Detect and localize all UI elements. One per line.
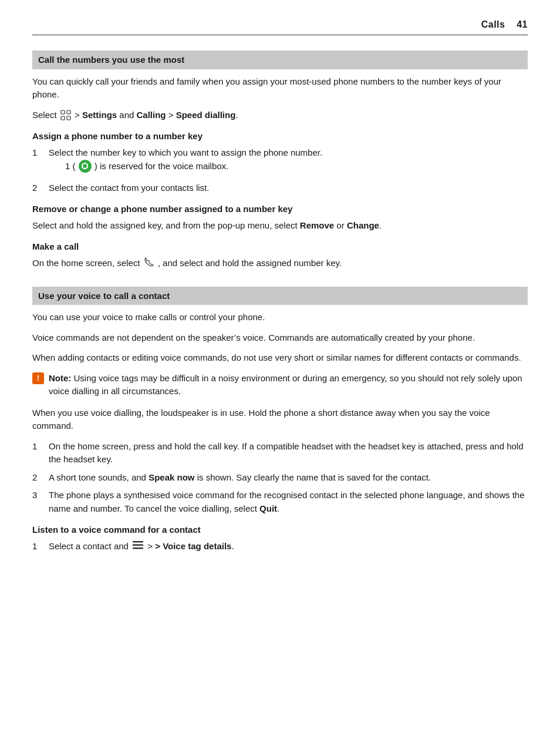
note-icon: ! bbox=[32, 372, 44, 384]
voice-step-1-text: On the home screen, press and hold the c… bbox=[49, 440, 528, 466]
listen-subsection-title: Listen to a voice command for a contact bbox=[32, 523, 528, 536]
listen-step-1-content: Select a contact and > > Voice tag detai… bbox=[49, 540, 528, 553]
assign-step-1: 1 Select the number key to which you wan… bbox=[32, 146, 528, 177]
settings-label: Settings bbox=[82, 110, 117, 120]
grid-icon bbox=[60, 110, 71, 120]
note-label: Note: bbox=[49, 373, 71, 383]
assign-step-2-text: Select the contact from your contacts li… bbox=[49, 182, 528, 195]
assign-step-2: 2 Select the contact from your contacts … bbox=[32, 182, 528, 195]
subsection-assign-title: Assign a phone number to a number key bbox=[32, 130, 528, 143]
note-box: ! Note: Using voice tags may be difficul… bbox=[32, 372, 528, 398]
loudspeaker-para: When you use voice dialling, the loudspe… bbox=[32, 407, 528, 433]
voicemail-icon bbox=[79, 160, 92, 173]
listen-step-1: 1 Select a contact and > > Voice tag det… bbox=[32, 540, 528, 553]
remove-bold1: Remove bbox=[300, 220, 334, 230]
svg-rect-6 bbox=[133, 547, 143, 549]
menu-lines-icon bbox=[133, 540, 143, 553]
section-speed-dial: Call the numbers you use the most You ca… bbox=[32, 51, 528, 271]
speed-dialling-label: Speed dialling bbox=[176, 110, 236, 120]
page-number: 41 bbox=[517, 19, 528, 29]
voice-para-2: Voice commands are not dependent on the … bbox=[32, 331, 528, 345]
makecall-text: On the home screen, select , and select … bbox=[32, 257, 528, 271]
section1-intro: You can quickly call your friends and fa… bbox=[32, 75, 528, 102]
svg-rect-0 bbox=[61, 110, 65, 114]
voice-steps-list: 1 On the home screen, press and hold the… bbox=[32, 440, 528, 516]
voice-step-3: 3 The phone plays a synthesised voice co… bbox=[32, 489, 528, 515]
voice-step-1: 1 On the home screen, press and hold the… bbox=[32, 440, 528, 466]
voice-step-3-text: The phone plays a synthesised voice comm… bbox=[49, 489, 528, 515]
voice-para-3: When adding contacts or editing voice co… bbox=[32, 351, 528, 365]
section1-settings-line: Select > Settings and Calling > Speed di… bbox=[32, 109, 528, 122]
remove-text: Select and hold the assigned key, and fr… bbox=[32, 219, 528, 233]
listen-steps-list: 1 Select a contact and > > Voice tag det… bbox=[32, 540, 528, 553]
section2-header: Use your voice to call a contact bbox=[32, 287, 528, 305]
assign-steps-list: 1 Select the number key to which you wan… bbox=[32, 146, 528, 194]
remove-bold2: Change bbox=[347, 220, 379, 230]
svg-rect-5 bbox=[133, 545, 143, 546]
svg-rect-3 bbox=[67, 116, 70, 120]
svg-rect-1 bbox=[67, 110, 70, 114]
assign-step-1-sub: 1 ( ) is reserved for the voice mailbox. bbox=[65, 160, 528, 173]
section-voice-call: Use your voice to call a contact You can… bbox=[32, 287, 528, 554]
chapter-title: Calls bbox=[481, 19, 505, 29]
phone-handset-icon bbox=[144, 257, 154, 271]
section1-header: Call the numbers you use the most bbox=[32, 51, 528, 69]
svg-rect-2 bbox=[61, 116, 65, 120]
page-header: Calls 41 bbox=[32, 18, 528, 35]
subsection-remove-title: Remove or change a phone number assigned… bbox=[32, 203, 528, 216]
calling-label: Calling bbox=[137, 110, 166, 120]
speak-now-bold: Speak now bbox=[149, 472, 194, 482]
voice-step-2-text: A short tone sounds, and Speak now is sh… bbox=[49, 471, 528, 485]
svg-rect-4 bbox=[133, 541, 143, 543]
voice-tag-details-bold: > Voice tag details bbox=[155, 541, 231, 551]
page: Calls 41 Call the numbers you use the mo… bbox=[0, 0, 560, 739]
quit-bold: Quit bbox=[259, 503, 277, 513]
section2-body: You can use your voice to make calls or … bbox=[32, 311, 528, 553]
section1-body: You can quickly call your friends and fa… bbox=[32, 75, 528, 271]
assign-step-1-text: Select the number key to which you want … bbox=[49, 147, 322, 157]
voice-step-2: 2 A short tone sounds, and Speak now is … bbox=[32, 471, 528, 485]
subsection-makecall-title: Make a call bbox=[32, 240, 528, 253]
note-text: Note: Using voice tags may be difficult … bbox=[49, 372, 528, 398]
header-text: Calls 41 bbox=[481, 18, 528, 31]
voice-para-1: You can use your voice to make calls or … bbox=[32, 311, 528, 324]
